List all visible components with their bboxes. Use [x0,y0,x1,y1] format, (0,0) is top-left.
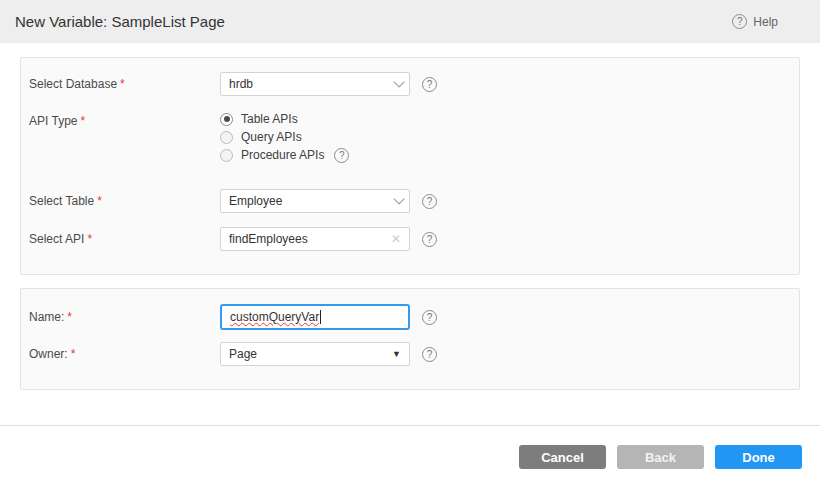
radio-selected-icon [220,113,233,126]
variable-details-panel: Name:* customQueryVar ? Owner:* Page ▼ ? [20,288,800,390]
select-api-help-icon[interactable]: ? [422,232,437,247]
select-database-row: Select Database* hrdb ? [29,72,779,96]
radio-query-apis[interactable]: Query APIs [220,130,349,144]
required-marker: * [67,310,72,324]
cancel-button[interactable]: Cancel [519,445,606,469]
api-type-row: API Type* Table APIs Query APIs Procedur… [29,112,779,162]
select-database-value: hrdb [229,77,253,91]
dialog-body: Select Database* hrdb ? API Type* Table … [0,57,820,390]
select-table-dropdown[interactable]: Employee [220,189,410,213]
radio-procedure-apis[interactable]: Procedure APIs ? [220,148,349,162]
select-database-help-icon[interactable]: ? [422,77,437,92]
select-table-help-icon[interactable]: ? [422,194,437,209]
help-button[interactable]: ? Help [732,14,778,29]
select-api-input[interactable]: findEmployees ✕ [220,227,410,251]
radio-unselected-icon [220,131,233,144]
select-api-row: Select API* findEmployees ✕ ? [29,227,779,251]
back-button[interactable]: Back [617,445,704,469]
chevron-down-icon [393,193,404,204]
chevron-down-icon [393,76,404,87]
required-marker: * [87,232,92,246]
page-title: New Variable: SampleList Page [15,13,225,30]
help-icon: ? [732,14,747,29]
name-help-icon[interactable]: ? [422,310,437,325]
name-row: Name:* customQueryVar ? [29,304,779,330]
caret-down-icon: ▼ [392,349,401,359]
api-type-radio-group: Table APIs Query APIs Procedure APIs ? [220,112,349,162]
select-table-value: Employee [229,194,282,208]
owner-label: Owner:* [29,347,220,361]
owner-help-icon[interactable]: ? [422,347,437,362]
select-database-dropdown[interactable]: hrdb [220,72,410,96]
radio-unselected-icon [220,149,233,162]
required-marker: * [80,114,85,128]
api-type-help-icon[interactable]: ? [334,148,349,163]
name-input[interactable]: customQueryVar [220,304,410,330]
select-table-label: Select Table* [29,194,220,208]
clear-icon[interactable]: ✕ [391,232,401,246]
radio-table-apis[interactable]: Table APIs [220,112,349,126]
name-value: customQueryVar [230,310,319,324]
api-type-label: API Type* [29,112,220,128]
owner-select[interactable]: Page ▼ [220,342,410,366]
help-label: Help [753,15,778,29]
required-marker: * [97,194,102,208]
owner-value: Page [229,347,257,361]
select-table-row: Select Table* Employee ? [29,189,779,213]
select-database-label: Select Database* [29,77,220,91]
required-marker: * [71,347,76,361]
select-api-label: Select API* [29,232,220,246]
footer-actions: Cancel Back Done [0,426,820,469]
select-api-value: findEmployees [229,232,308,246]
dialog-header: New Variable: SampleList Page ? Help [0,0,820,43]
owner-row: Owner:* Page ▼ ? [29,342,779,366]
api-selection-panel: Select Database* hrdb ? API Type* Table … [20,57,800,275]
done-button[interactable]: Done [715,445,802,469]
name-label: Name:* [29,310,220,324]
required-marker: * [120,77,125,91]
text-cursor [320,310,321,324]
